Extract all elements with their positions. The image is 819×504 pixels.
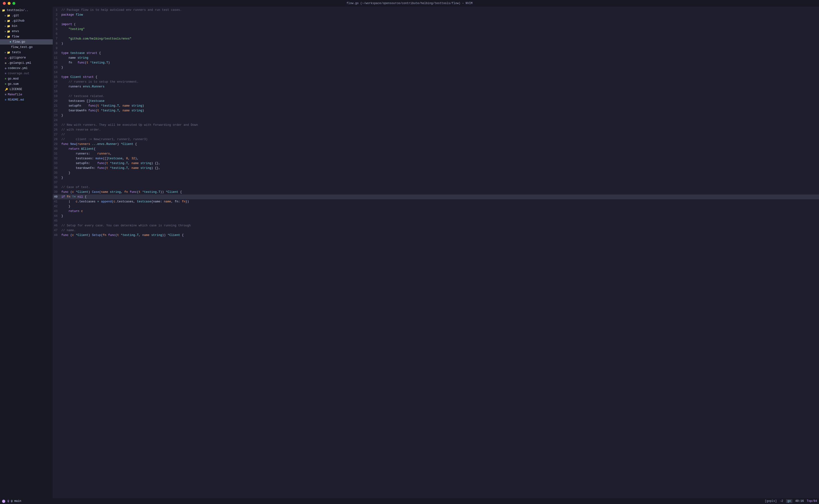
line-content-47: // name. [61,228,819,233]
line-content-46: // Setup for every case. You can determi… [61,223,819,228]
line-content-19: // testcase related. [61,94,819,99]
code-line-6: 6 [53,32,819,36]
sidebar-item-gosum[interactable]: ≡ go.sum [0,81,53,87]
line-content-17: runners envs.Runners [61,84,819,89]
line-content-15: type Client struct { [61,75,819,80]
titlebar: flow.go (~/workspace/opensource/contribu… [0,0,819,7]
code-line-36: 36 } [53,175,819,180]
code-line-34: 34 teardownFn: func(t *testing.T, name s… [53,166,819,171]
sidebar-label-gomod: go.mod [8,77,19,80]
line-content-44: } [61,214,819,218]
sidebar-item-license[interactable]: 🔑 LICENSE [0,87,53,92]
code-line-39: 39 func (c *Client) Case(name string, fn… [53,190,819,195]
line-content-22: teardownFn func(t *testing.T, name strin… [61,108,819,113]
file-coverage-icon: ≡ [5,72,6,75]
editor[interactable]: 1 // Package flow is to help autoload en… [53,7,819,498]
sidebar-label-github: .github [12,19,24,23]
line-num-1: 1 [53,8,61,12]
status-go-badge: go [786,499,792,503]
sidebar-root[interactable]: 📁 testtools/.. [0,8,53,13]
line-num-31: 31 [53,151,61,156]
line-content-33: setupFn: func(t *testing.T, name string)… [61,161,819,166]
sidebar-item-codecov[interactable]: ⚙ codecov.yml [0,66,53,71]
line-num-42: 42 [53,204,61,209]
code-line-41: 41 | c.testcases = append(c.testcases, t… [53,199,819,204]
code-line-19: 19 // testcase related. [53,94,819,99]
line-num-2: 2 [53,12,61,17]
line-content-41: | c.testcases = append(c.testcases, test… [61,199,819,204]
line-num-21: 21 [53,103,61,108]
sidebar-item-bin[interactable]: ▶ 📁 bin [0,23,53,29]
file-license-icon: 🔑 [5,88,8,91]
sidebar-item-readme[interactable]: ≡ README.md [0,97,53,103]
line-num-33: 33 [53,161,61,166]
sidebar-label-envs: envs [12,30,19,33]
line-content-29: func New(runners ...envs.Runner) *Client… [61,142,819,147]
sidebar-item-gomod[interactable]: ≡ go.mod [0,76,53,81]
code-line-10: 10 type testcase struct { [53,51,819,56]
sidebar-item-git[interactable]: ▶ 📁 .git [0,13,53,18]
folder-envs-icon: 📁 [7,30,10,33]
sidebar-item-golangci[interactable]: ⚙ .golangci.yml [0,60,53,66]
line-num-15: 15 [53,75,61,80]
code-line-15: 15 type Client struct { [53,75,819,80]
sidebar-item-gitignore[interactable]: ◎ .gitignore [0,55,53,60]
code-line-37: 37 [53,180,819,185]
sidebar-label-makefile: Makefile [8,93,22,96]
line-content-43: return c [61,209,819,214]
code-line-38: 38 // Case of test. [53,185,819,190]
line-content-35: } [61,171,819,175]
minimize-button[interactable] [8,2,11,5]
line-num-4: 4 [53,22,61,27]
sidebar-item-makefile[interactable]: ≡ Makefile [0,92,53,97]
code-line-48: 48 func (c *Client) Setup(fn func(t *tes… [53,233,819,238]
folder-tests-icon: 📁 [7,51,10,54]
code-line-21: 21 setupFn func(t *testing.T, name strin… [53,103,819,108]
file-makefile-icon: ≡ [5,93,6,96]
sidebar-item-flow-test-go[interactable]: flow_test.go [0,45,53,50]
line-num-7: 7 [53,36,61,41]
line-num-10: 10 [53,51,61,56]
file-readme-icon: ≡ [5,98,6,101]
sidebar-item-flow-go[interactable]: ● flow.go [0,39,53,45]
line-content-26: // with reverse order. [61,127,819,132]
main-layout: 📁 testtools/.. ▶ 📁 .git ▶ 📁 .github ▶ 📁 … [0,7,819,498]
code-line-20: 20 testcases []testcase [53,99,819,103]
line-content-30: return &Client{ [61,147,819,151]
status-right: [gopls] →2 go 40:16 Top/84 [765,499,817,503]
code-line-8: 8 ) [53,41,819,46]
line-num-23: 23 [53,113,61,118]
sidebar-label-golangci: .golangci.yml [8,61,31,65]
line-num-41: 41 [53,199,61,204]
arrow-icon: ▶ [5,30,6,33]
line-num-26: 26 [53,127,61,132]
line-num-8: 8 [53,41,61,46]
sidebar-item-envs[interactable]: ▶ 📁 envs [0,29,53,34]
code-line-33: 33 setupFn: func(t *testing.T, name stri… [53,161,819,166]
code-line-26: 26 // with reverse order. [53,127,819,132]
close-button[interactable] [3,2,6,5]
sidebar-item-coverage[interactable]: ≡ coverage.out [0,71,53,76]
sidebar-item-flow[interactable]: ▼ 📁 flow [0,34,53,39]
code-line-47: 47 // name. [53,228,819,233]
sidebar-label-coverage: coverage.out [8,72,29,75]
sidebar-item-tests[interactable]: ▶ 📁 tests [0,50,53,55]
editor-content[interactable]: 1 // Package flow is to help autoload en… [53,7,819,498]
sidebar-label-license: LICENSE [10,88,22,91]
sidebar-label-codecov: codecov.yml [8,67,28,70]
line-content-36: } [61,175,819,180]
sidebar-item-github[interactable]: ▶ 📁 .github [0,18,53,23]
line-num-45: 45 [53,218,61,223]
folder-bin-icon: 📁 [7,25,10,28]
line-num-19: 19 [53,94,61,99]
line-num-5: 5 [53,27,61,32]
code-line-24: 24 [53,118,819,123]
maximize-button[interactable] [12,2,15,5]
line-content-31: runners: runners, [61,151,819,156]
code-line-4: 4 import ( [53,22,819,27]
code-line-22: 22 teardownFn func(t *testing.T, name st… [53,108,819,113]
code-line-32: 32 testcases: make([]testcase, 0, 32), [53,156,819,161]
window-controls [3,2,15,5]
code-line-2: 2 package flow [53,12,819,17]
arrow-icon: ▼ [5,35,6,38]
